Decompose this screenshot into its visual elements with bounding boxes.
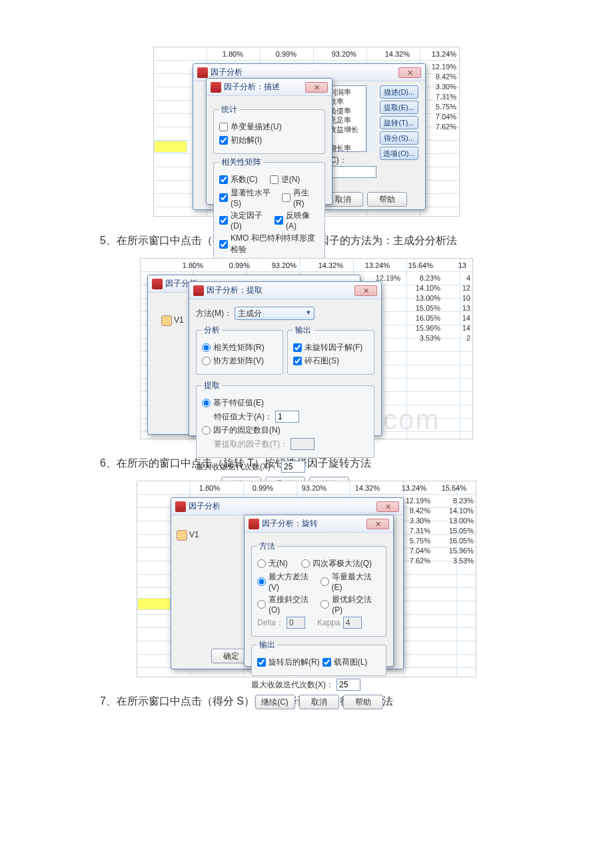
- fixed-label: 因子的固定数目(N): [213, 425, 281, 436]
- promax-label: 最优斜交法(P): [332, 594, 380, 615]
- varimax-radio[interactable]: [257, 577, 266, 586]
- initial-solution-checkbox[interactable]: [219, 136, 228, 145]
- antiimage-label: 反映像(A): [286, 210, 319, 231]
- maxiter-row: 最大收敛迭代次数(X)：: [196, 461, 374, 473]
- app-icon: [152, 279, 163, 289]
- initial-solution-label: 初始解(I): [231, 135, 262, 146]
- reproduced-checkbox[interactable]: [282, 193, 291, 202]
- describe-dialog: 因子分析：描述 ✕ 统计 单变量描述(U) 初始解(I) 相关性矩阵 系数(C)…: [206, 78, 332, 205]
- screenshot-1: 1.80% 0.99% 93.20% 14.32% 13.24% 12.19% …: [153, 47, 460, 217]
- rotation-dialog-title: 因子分析：旋转: [262, 518, 366, 529]
- none-radio[interactable]: [257, 559, 266, 568]
- main-button-row: 取消 帮助: [323, 192, 407, 207]
- list-scrollbar[interactable]: [366, 85, 376, 152]
- maxiter-input[interactable]: [336, 679, 360, 691]
- coefficients-checkbox[interactable]: [219, 175, 228, 184]
- extract-legend: 提取: [202, 380, 222, 391]
- right-data: 12.19%8.23% 8.42%14.10% 3.30%13.00% 7.31…: [394, 496, 474, 566]
- factor-analysis-title: 因子分析: [211, 67, 398, 78]
- reproduced-label: 再生(R): [293, 187, 319, 208]
- method-label: 方法(M)：: [196, 308, 232, 319]
- inverse-label: 逆(N): [281, 174, 301, 185]
- output-group: 输出 旋转后的解(R) 载荷图(L): [251, 639, 386, 676]
- oblimin-label: 直接斜交法(O): [269, 594, 318, 615]
- loading-plot-checkbox[interactable]: [322, 658, 331, 667]
- sig-checkbox[interactable]: [219, 193, 228, 202]
- univariate-checkbox[interactable]: [219, 123, 228, 131]
- eigen-radio[interactable]: [202, 399, 211, 407]
- analysis-group: 分析 相关性矩阵(R) 协方差矩阵(V): [196, 325, 283, 375]
- var-chip[interactable]: V1: [161, 315, 184, 326]
- unrotated-checkbox[interactable]: [293, 343, 302, 352]
- eigen-gt-label: 特征值大于(A)：: [214, 411, 273, 423]
- variable-icon: [161, 315, 172, 326]
- determinant-label: 决定因子(D): [231, 210, 272, 231]
- kmo-checkbox[interactable]: [219, 240, 228, 249]
- main-help-button[interactable]: 帮助: [367, 192, 407, 207]
- app-icon: [249, 519, 259, 529]
- statistics-legend: 统计: [219, 104, 239, 115]
- close-icon[interactable]: ✕: [354, 285, 377, 296]
- variable-icon: [177, 530, 187, 541]
- eigen-value-input[interactable]: [275, 411, 299, 423]
- oblimin-radio[interactable]: [257, 600, 266, 609]
- method-combo[interactable]: 主成分: [235, 307, 314, 320]
- continue-button[interactable]: 继续(C): [255, 695, 295, 709]
- rotation-button-row: 继续(C) 取消 帮助: [251, 695, 386, 709]
- help-button[interactable]: 帮助: [343, 695, 383, 709]
- extraction-dialog-title: 因子分析：提取: [207, 285, 354, 296]
- describe-button[interactable]: 描述(D)...: [380, 85, 418, 99]
- cancel-button[interactable]: 取消: [299, 695, 339, 709]
- close-icon[interactable]: ✕: [366, 519, 389, 529]
- cov-matrix-radio[interactable]: [202, 357, 211, 365]
- scree-checkbox[interactable]: [293, 357, 302, 365]
- maxiter-input[interactable]: [281, 461, 305, 473]
- output-legend: 输出: [293, 325, 313, 336]
- close-icon[interactable]: ✕: [398, 67, 421, 78]
- promax-radio[interactable]: [320, 600, 329, 609]
- app-icon: [175, 501, 186, 512]
- quartimax-label: 四次幂极大法(Q): [312, 558, 372, 569]
- loading-plot-label: 载荷图(L): [334, 657, 368, 668]
- analysis-legend: 分析: [202, 325, 222, 336]
- rotated-solution-checkbox[interactable]: [257, 658, 266, 667]
- right-column: 12.19% 8.42% 3.30% 7.31% 5.75% 7.04% 7.6…: [432, 62, 456, 132]
- kmo-label: KMO 和巴特利特球形度检验: [231, 233, 319, 255]
- delta-input: [287, 617, 305, 629]
- describe-dialog-title: 因子分析：描述: [224, 81, 305, 93]
- method-row: 方法(M)： 主成分: [196, 307, 374, 320]
- rotated-solution-label: 旋转后的解(R): [269, 657, 320, 668]
- options-button[interactable]: 选项(O)...: [380, 147, 418, 160]
- screenshot-3: 1.80% 0.99% 93.20% 14.32% 13.24% 15.64% …: [137, 481, 476, 677]
- kappa-label: Kappa: [317, 618, 340, 627]
- correlation-group: 相关性矩阵 系数(C) 逆(N) 显著性水平(S) 再生(R) 决定因子(D) …: [213, 157, 325, 263]
- data-header-row: 1.80% 0.99% 93.20% 14.32% 13.24%: [194, 50, 460, 58]
- scores-button[interactable]: 得分(S)...: [380, 131, 418, 145]
- equamax-radio[interactable]: [320, 577, 329, 586]
- delta-label: Delta：: [257, 617, 284, 629]
- app-icon: [197, 67, 208, 78]
- var-chip[interactable]: V1: [177, 530, 199, 541]
- extract-button[interactable]: 提取(E)...: [380, 101, 418, 114]
- quartimax-radio[interactable]: [301, 559, 310, 568]
- equamax-label: 等量最大法(E): [332, 571, 381, 592]
- coefficients-label: 系数(C): [231, 174, 258, 185]
- close-icon[interactable]: ✕: [376, 501, 399, 512]
- rotate-button[interactable]: 旋转(T)...: [380, 116, 418, 129]
- app-icon: [211, 82, 221, 93]
- inverse-checkbox[interactable]: [270, 175, 279, 184]
- method-group: 方法 无(N) 四次幂极大法(Q) 最大方差法(V) 等量最大法(E) 直接斜交…: [251, 541, 386, 637]
- output-group: 输出 未旋转因子解(F) 碎石图(S): [287, 325, 374, 375]
- close-icon[interactable]: ✕: [305, 82, 328, 93]
- determinant-checkbox[interactable]: [219, 216, 228, 225]
- corr-matrix-radio[interactable]: [202, 343, 211, 352]
- fixed-radio[interactable]: [202, 426, 211, 435]
- maxiter-row: 最大收敛迭代次数(X)：: [251, 679, 386, 691]
- fixed-n-label: 要提取的因子数(T)：: [214, 439, 288, 450]
- extract-group: 提取 基于特征值(E) 特征值大于(A)： 因子的固定数目(N) 要提取的因子数…: [196, 380, 374, 458]
- rotation-dialog: 因子分析：旋转 ✕ 方法 无(N) 四次幂极大法(Q) 最大方差法(V) 等量最…: [244, 515, 394, 667]
- none-label: 无(N): [269, 558, 288, 569]
- antiimage-checkbox[interactable]: [275, 216, 283, 225]
- factor-analysis-title: 因子分析: [189, 501, 376, 512]
- eigen-label: 基于特征值(E): [213, 397, 264, 409]
